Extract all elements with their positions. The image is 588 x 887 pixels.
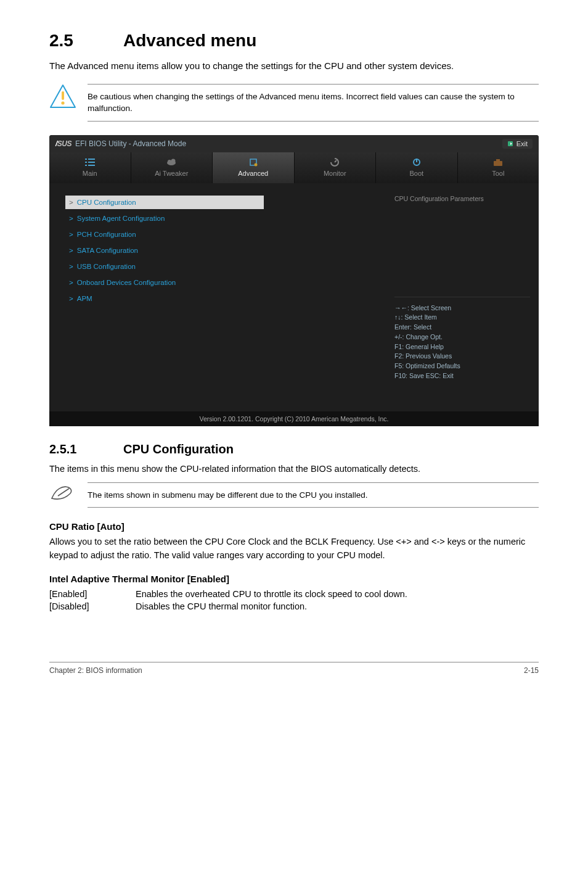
menu-usb-configuration[interactable]: >USB Configuration bbox=[65, 260, 380, 273]
list-icon bbox=[84, 157, 96, 167]
svg-point-11 bbox=[168, 160, 171, 163]
table-row: [Disabled] Disables the CPU thermal moni… bbox=[49, 600, 407, 613]
bios-main-panel: >CPU Configuration >System Agent Configu… bbox=[49, 183, 386, 411]
option-key: [Enabled] bbox=[49, 588, 136, 600]
note-icon bbox=[49, 482, 76, 501]
menu-sata-configuration[interactable]: >SATA Configuration bbox=[65, 244, 380, 257]
monitor-icon bbox=[329, 157, 341, 167]
tab-tool[interactable]: Tool bbox=[458, 152, 539, 183]
page-footer: Chapter 2: BIOS information 2-15 bbox=[49, 662, 539, 675]
bios-key-help: →←: Select Screen ↑↓: Select Item Enter:… bbox=[394, 297, 530, 381]
tab-advanced-label: Advanced bbox=[238, 170, 268, 177]
exit-icon bbox=[507, 141, 513, 147]
bios-footer: Version 2.00.1201. Copyright (C) 2010 Am… bbox=[49, 411, 539, 426]
cloud-icon bbox=[165, 157, 178, 167]
svg-point-12 bbox=[171, 159, 176, 163]
bios-menu: >CPU Configuration >System Agent Configu… bbox=[65, 196, 380, 305]
svg-rect-18 bbox=[494, 161, 502, 166]
note-callout: The items shown in submenu may be differ… bbox=[49, 482, 539, 508]
tab-monitor[interactable]: Monitor bbox=[295, 152, 377, 183]
bios-help-panel: CPU Configuration Parameters →←: Select … bbox=[386, 183, 539, 411]
warning-text: Be cautious when changing the settings o… bbox=[88, 91, 539, 115]
subsection-title-text: CPU Configuration bbox=[123, 442, 234, 456]
menu-apm[interactable]: >APM bbox=[65, 292, 380, 305]
bios-tabs: Main Ai Tweaker Advanced Monitor Boot To… bbox=[49, 152, 539, 183]
subsection-number: 2.5.1 bbox=[49, 442, 123, 456]
key-help-line: ↑↓: Select Item bbox=[394, 313, 530, 323]
svg-rect-1 bbox=[62, 91, 64, 100]
bios-brand: /SUS bbox=[55, 139, 71, 148]
svg-rect-8 bbox=[85, 165, 87, 166]
section-number: 2.5 bbox=[49, 31, 123, 51]
tab-ai-tweaker[interactable]: Ai Tweaker bbox=[131, 152, 213, 183]
tab-ai-tweaker-label: Ai Tweaker bbox=[155, 170, 188, 177]
svg-point-2 bbox=[61, 101, 64, 104]
exit-label: Exit bbox=[517, 140, 528, 147]
subsection-paragraph: The items in this menu show the CPU-rela… bbox=[49, 463, 539, 476]
svg-line-15 bbox=[335, 160, 337, 162]
note-text: The items shown in submenu may be differ… bbox=[88, 489, 539, 501]
tab-main[interactable]: Main bbox=[49, 152, 131, 183]
bios-screenshot: /SUS EFI BIOS Utility - Advanced Mode Ex… bbox=[49, 135, 539, 426]
option-value: Disables the CPU thermal monitor functio… bbox=[136, 600, 407, 613]
svg-rect-5 bbox=[88, 159, 95, 160]
power-icon bbox=[410, 157, 423, 167]
tab-advanced[interactable]: Advanced bbox=[213, 152, 295, 183]
tab-main-label: Main bbox=[83, 170, 97, 177]
bios-title-text: EFI BIOS Utility - Advanced Mode bbox=[75, 139, 186, 148]
footer-left: Chapter 2: BIOS information bbox=[49, 666, 142, 675]
svg-point-14 bbox=[254, 163, 257, 166]
bios-hint-text: CPU Configuration Parameters bbox=[394, 194, 530, 204]
menu-pch-configuration[interactable]: >PCH Configuration bbox=[65, 228, 380, 241]
exit-button[interactable]: Exit bbox=[502, 139, 533, 149]
svg-rect-19 bbox=[496, 159, 500, 161]
toolbox-icon bbox=[492, 157, 504, 167]
menu-system-agent-configuration[interactable]: >System Agent Configuration bbox=[65, 212, 380, 225]
table-row: [Enabled] Enables the overheated CPU to … bbox=[49, 588, 407, 600]
option-heading: Intel Adaptive Thermal Monitor [Enabled] bbox=[49, 574, 539, 584]
bios-body: >CPU Configuration >System Agent Configu… bbox=[49, 183, 539, 411]
subsection-heading: 2.5.1CPU Configuration bbox=[49, 442, 539, 456]
svg-rect-7 bbox=[88, 162, 95, 163]
key-help-line: F1: General Help bbox=[394, 342, 530, 352]
intro-paragraph: The Advanced menu items allow you to cha… bbox=[49, 59, 539, 73]
svg-rect-4 bbox=[85, 159, 87, 160]
warning-callout: Be cautious when changing the settings o… bbox=[49, 84, 539, 122]
key-help-line: F2: Previous Values bbox=[394, 352, 530, 361]
option-value-table: [Enabled] Enables the overheated CPU to … bbox=[49, 588, 407, 613]
section-heading: 2.5Advanced menu bbox=[49, 31, 539, 51]
key-help-line: →←: Select Screen bbox=[394, 303, 530, 313]
chip-icon bbox=[247, 157, 259, 167]
tab-boot-label: Boot bbox=[409, 170, 423, 177]
warning-icon bbox=[49, 84, 76, 109]
option-value: Enables the overheated CPU to throttle i… bbox=[136, 588, 407, 600]
key-help-line: +/-: Change Opt. bbox=[394, 332, 530, 342]
tab-monitor-label: Monitor bbox=[324, 170, 346, 177]
footer-right: 2-15 bbox=[524, 666, 539, 675]
bios-title-left: /SUS EFI BIOS Utility - Advanced Mode bbox=[55, 139, 186, 148]
option-body: Allows you to set the ratio between the … bbox=[49, 535, 539, 563]
option-key: [Disabled] bbox=[49, 600, 136, 613]
menu-cpu-configuration[interactable]: >CPU Configuration bbox=[65, 196, 264, 209]
tab-boot[interactable]: Boot bbox=[376, 152, 458, 183]
bios-titlebar: /SUS EFI BIOS Utility - Advanced Mode Ex… bbox=[49, 135, 539, 152]
tab-tool-label: Tool bbox=[492, 170, 504, 177]
key-help-line: F5: Optimized Defaults bbox=[394, 361, 530, 371]
key-help-line: Enter: Select bbox=[394, 323, 530, 332]
menu-onboard-devices-configuration[interactable]: >Onboard Devices Configuration bbox=[65, 276, 380, 289]
svg-rect-9 bbox=[88, 165, 95, 166]
section-title-text: Advanced menu bbox=[123, 31, 256, 50]
key-help-line: F10: Save ESC: Exit bbox=[394, 371, 530, 381]
svg-rect-6 bbox=[85, 162, 87, 163]
option-heading: CPU Ratio [Auto] bbox=[49, 521, 539, 532]
